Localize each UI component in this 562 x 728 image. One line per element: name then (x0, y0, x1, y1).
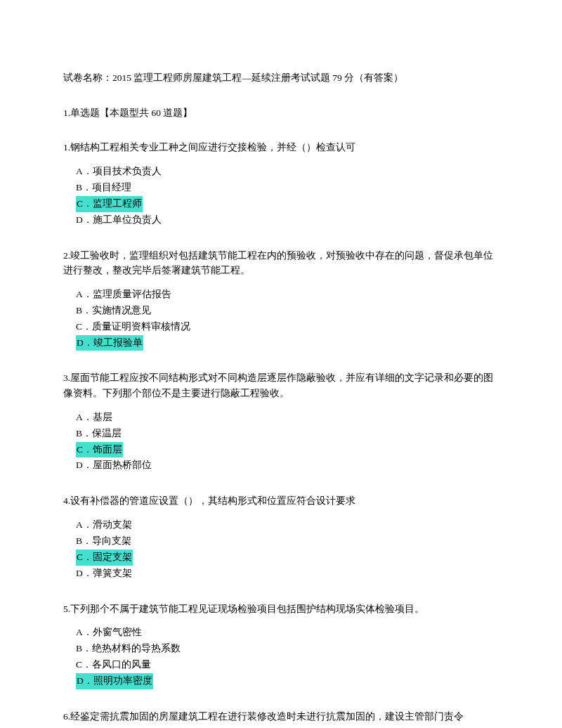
question-4: 4.设有补偿器的管道应设置（），其结构形式和位置应符合设计要求 A．滑动支架 B… (63, 493, 499, 581)
question-text: 3.屋面节能工程应按不同结构形式对不同构造层逐层作隐蔽验收，并应有详细的文字记录… (63, 370, 499, 401)
option: B．保温层 (63, 426, 499, 442)
question-5: 5.下列那个不属于建筑节能工程见证现场检验项目包括围护结构现场实体检验项目。 A… (63, 602, 499, 689)
option: D．弹簧支架 (63, 566, 499, 582)
document-page: 试卷名称：2015 监理工程师房屋建筑工程—延续注册考试试题 79 分（有答案）… (0, 0, 562, 728)
option: B．导向支架 (63, 533, 499, 550)
question-1: 1.钢结构工程相关专业工种之间应进行交接检验，并经（）检查认可 A．项目技术负责… (63, 140, 499, 228)
option: C．质量证明资料审核情况 (63, 319, 499, 335)
option-answer: C．监理工程师 (63, 196, 499, 212)
question-text: 5.下列那个不属于建筑节能工程见证现场检验项目包括围护结构现场实体检验项目。 (63, 602, 499, 617)
option: A．监理质量评估报告 (63, 287, 499, 303)
question-text: 6.经鉴定需抗震加固的房屋建筑工程在进行装修改造时未进行抗震加固的，建设主管部门… (63, 709, 499, 724)
option: C．各风口的风量 (63, 657, 499, 673)
question-text: 2.竣工验收时，监理组织对包括建筑节能工程在内的预验收，对预验收中存在的问题，督… (63, 248, 499, 278)
option-answer: C．饰面层 (63, 442, 499, 458)
question-3: 3.屋面节能工程应按不同结构形式对不同构造层逐层作隐蔽验收，并应有详细的文字记录… (63, 370, 499, 474)
exam-title: 试卷名称：2015 监理工程师房屋建筑工程—延续注册考试试题 79 分（有答案） (63, 70, 499, 86)
option-answer: C．固定支架 (63, 550, 499, 566)
option: D．屋面热桥部位 (63, 457, 499, 474)
question-6: 6.经鉴定需抗震加固的房屋建筑工程在进行装修改造时未进行抗震加固的，建设主管部门… (63, 709, 499, 724)
option: A．基层 (63, 410, 499, 426)
option: A．滑动支架 (63, 517, 499, 533)
option: A．项目技术负责人 (63, 164, 499, 180)
question-text: 4.设有补偿器的管道应设置（），其结构形式和位置应符合设计要求 (63, 493, 499, 509)
option-answer: D．竣工报验单 (63, 335, 499, 351)
option: B．实施情况意见 (63, 303, 499, 319)
option: B．绝热材料的导热系数 (63, 641, 499, 657)
option: D．施工单位负责人 (63, 212, 499, 228)
option-answer: D．照明功率密度 (63, 673, 499, 689)
question-2: 2.竣工验收时，监理组织对包括建筑节能工程在内的预验收，对预验收中存在的问题，督… (63, 248, 499, 351)
option: B．项目经理 (63, 180, 499, 196)
option: A．外窗气密性 (63, 625, 499, 641)
section-heading: 1.单选题【本题型共 60 道题】 (63, 105, 499, 121)
question-text: 1.钢结构工程相关专业工种之间应进行交接检验，并经（）检查认可 (63, 140, 499, 155)
